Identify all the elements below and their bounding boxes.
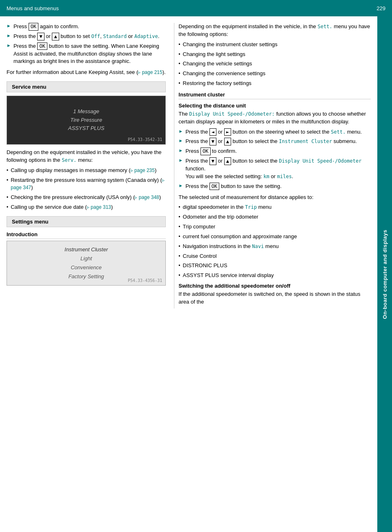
down-key: ▼ bbox=[209, 138, 216, 145]
image-line-3: ASSYST PLUS bbox=[68, 125, 105, 131]
at-bullet-7: • DISTRONIC PLUS bbox=[178, 262, 371, 270]
ok-key: OK bbox=[29, 23, 38, 31]
bullet-text: Press the ▼ or ▲ button to select the Di… bbox=[185, 157, 371, 181]
sett-bullet-4: • Changing the convenience settings bbox=[178, 70, 371, 78]
trip-mono: Trip bbox=[245, 204, 257, 210]
bullet-text: Checking the tire pressure electronicall… bbox=[11, 194, 161, 201]
dot-icon: • bbox=[178, 61, 180, 67]
dot-icon: • bbox=[178, 204, 180, 210]
up-key: ▲ bbox=[224, 138, 231, 145]
service-bullet-4: • Calling up the service due date (▹ pag… bbox=[7, 203, 166, 211]
image-code: P54.33-3542-31 bbox=[128, 137, 162, 142]
bullet-text: digital speedometer in the Trip menu bbox=[183, 203, 272, 211]
dot-icon: • bbox=[178, 253, 180, 259]
service-bullet-3: • Checking the tire pressure electronica… bbox=[7, 194, 166, 201]
service-bullet-1: • Calling up display messages in message… bbox=[7, 167, 166, 174]
km-mono: km bbox=[263, 174, 269, 179]
arrow-icon: ► bbox=[178, 138, 183, 143]
service-menu-label: Service menu bbox=[7, 81, 166, 92]
miles-mono: miles bbox=[277, 174, 292, 179]
settings-line-1: Instrument Cluster bbox=[65, 246, 108, 253]
up-key: ▲ bbox=[52, 33, 59, 40]
bullet-text: Restoring the factory settings bbox=[183, 80, 252, 87]
bullet-text: Trip computer bbox=[183, 223, 216, 231]
dot-icon: • bbox=[178, 71, 180, 76]
speedometer-heading: Switching the additional speedometer on/… bbox=[178, 283, 371, 289]
arrow-icon: ► bbox=[7, 33, 11, 38]
distance-unit-intro: The Display Unit Speed-/Odometer: functi… bbox=[178, 110, 371, 126]
service-menu-image: 1 Message Tire Pressure ASSYST PLUS P54.… bbox=[7, 96, 166, 145]
settings-image-content: Instrument Cluster Light Convenience Fac… bbox=[65, 245, 108, 281]
page-ref: ▹ page 347 bbox=[11, 177, 165, 191]
bullet-text: Changing the convenience settings bbox=[183, 70, 265, 78]
sett-mono: Sett. bbox=[331, 129, 345, 135]
bullet-text: Press the ▼ or ▲ button to set Off, Stan… bbox=[13, 33, 160, 40]
dot-icon: • bbox=[178, 234, 180, 239]
ok-key: OK bbox=[200, 148, 210, 155]
arrow-icon: ► bbox=[178, 129, 183, 134]
bullet-item: ► Press the OK button to save the settin… bbox=[7, 42, 166, 66]
intro-bullets: ► Press OK again to confirm. ► Press the… bbox=[7, 23, 166, 65]
arrow-icon: ► bbox=[7, 23, 11, 28]
instrument-cluster-heading: Instrument cluster bbox=[178, 92, 371, 99]
display-unit-mono: Display Unit Speed-/Odometer bbox=[279, 158, 361, 164]
sett-mono: Sett. bbox=[318, 24, 332, 29]
mono-text: Adaptive bbox=[134, 34, 158, 39]
at-bullet-6: • Cruise Control bbox=[178, 253, 371, 260]
bullet-item: ► Press OK again to confirm. bbox=[7, 23, 166, 31]
du-bullet-4: ► Press the ▼ or ▲ button to select the … bbox=[178, 157, 371, 181]
du-bullet-1: ► Press the ◄ or ► button on the steer­i… bbox=[178, 128, 371, 136]
arrow-icon: ► bbox=[178, 148, 183, 153]
arrow-icon: ► bbox=[178, 158, 183, 163]
settings-line-2: Light bbox=[80, 255, 92, 262]
side-label-text: On-board computer and displays bbox=[382, 230, 388, 319]
settings-image-code: P54.33-4356-31 bbox=[128, 278, 162, 283]
dot-icon: • bbox=[7, 204, 8, 210]
down-key: ▼ bbox=[209, 157, 216, 165]
down-key: ▼ bbox=[37, 33, 44, 40]
image-line-1: 1 Message bbox=[73, 108, 99, 114]
page-ref: ▹ page 215 bbox=[138, 69, 162, 75]
settings-line-3: Convenience bbox=[71, 264, 102, 270]
bullet-text: Odometer and the trip odometer bbox=[183, 213, 258, 221]
bullet-text: Press the OK button to save the setting.… bbox=[13, 42, 166, 66]
distance-unit-bullets: ► Press the ◄ or ► button on the steer­i… bbox=[178, 128, 371, 190]
ok-key: OK bbox=[37, 42, 47, 50]
dot-icon: • bbox=[7, 168, 8, 173]
at-bullet-2: • Odometer and the trip odometer bbox=[178, 213, 371, 221]
bullet-text: ASSYST PLUS service interval display bbox=[183, 272, 274, 279]
applies-to-bullets: • digital speedometer in the Trip menu •… bbox=[178, 203, 371, 279]
dot-icon: • bbox=[178, 263, 180, 268]
dot-icon: • bbox=[178, 42, 180, 47]
header-page: 229 bbox=[376, 5, 385, 11]
main-content: ► Press OK again to confirm. ► Press the… bbox=[0, 16, 377, 315]
bullet-text: Calling up the service due date (▹ page … bbox=[11, 203, 113, 211]
settings-line-4: Factory Setting bbox=[68, 273, 104, 279]
at-bullet-8: • ASSYST PLUS service interval display bbox=[178, 272, 371, 279]
left-key: ◄ bbox=[209, 128, 216, 136]
mono-text: Standard bbox=[103, 34, 127, 39]
dot-icon: • bbox=[178, 80, 180, 86]
bullet-text: DISTRONIC PLUS bbox=[183, 262, 227, 270]
display-unit-mono: Display Unit Speed-/Odometer: bbox=[189, 111, 275, 117]
bullet-text: Press OK to confirm. bbox=[185, 148, 237, 155]
dot-icon: • bbox=[178, 214, 180, 220]
arrow-icon: ► bbox=[178, 183, 183, 188]
bullet-text: Restarting the tire pressure loss warnin… bbox=[11, 177, 166, 192]
du-bullet-3: ► Press OK to confirm. bbox=[178, 148, 371, 155]
dot-icon: • bbox=[178, 273, 180, 278]
speedometer-text: If the additional speedometer is switche… bbox=[178, 291, 371, 306]
service-bullets: • Calling up display messages in message… bbox=[7, 167, 166, 211]
instrument-cluster-mono: Instrument Cluster bbox=[279, 139, 332, 144]
up-key: ▲ bbox=[224, 157, 231, 165]
dot-icon: • bbox=[7, 177, 8, 183]
image-line-2: Tire Pressure bbox=[70, 117, 102, 123]
page-ref: ▹ page 235 bbox=[131, 168, 155, 173]
dot-icon: • bbox=[178, 244, 180, 249]
at-bullet-3: • Trip computer bbox=[178, 223, 371, 231]
bullet-text: Navigation instructions in the Navi menu bbox=[183, 243, 279, 250]
page-ref: ▹ page 313 bbox=[87, 204, 111, 210]
header-bar: Menus and submenus 229 bbox=[0, 0, 392, 16]
du-bullet-2: ► Press the ▼ or ▲ button to select the … bbox=[178, 138, 371, 145]
at-bullet-5: • Navigation instructions in the Navi me… bbox=[178, 243, 371, 250]
